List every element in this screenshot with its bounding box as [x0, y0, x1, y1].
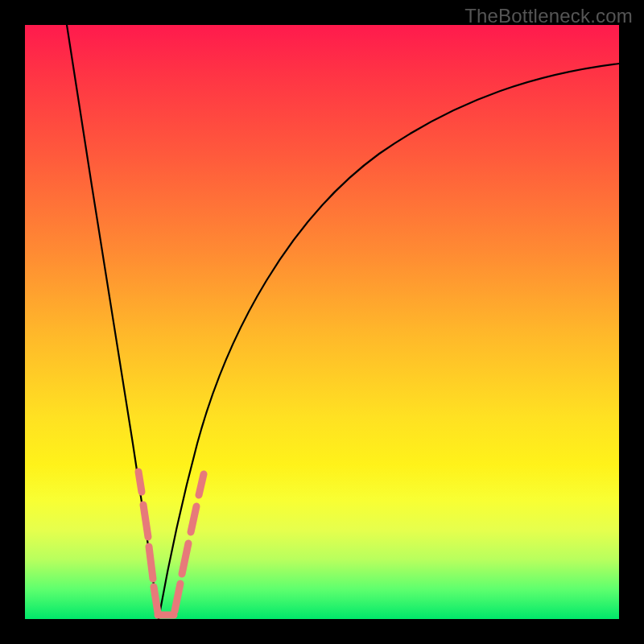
svg-line-5	[175, 584, 180, 611]
bead-highlights	[138, 472, 204, 615]
watermark-text: TheBottleneck.com	[464, 5, 633, 27]
svg-line-6	[182, 543, 188, 574]
chart-frame: TheBottleneck.com	[0, 0, 644, 644]
curve-right-branch	[159, 64, 619, 619]
svg-line-2	[149, 547, 153, 579]
bottleneck-curve	[25, 25, 619, 619]
svg-line-1	[143, 505, 148, 537]
svg-line-3	[154, 587, 158, 613]
plot-area	[25, 25, 619, 619]
svg-line-0	[138, 472, 142, 492]
svg-line-7	[191, 506, 196, 532]
svg-line-8	[199, 474, 204, 495]
